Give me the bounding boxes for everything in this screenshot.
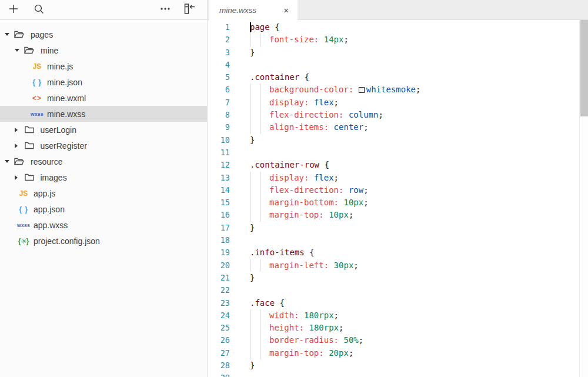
file-tree: pagesmineJSmine.js{ }mine.json<>mine.wxm…	[0, 20, 207, 377]
code-line-3[interactable]: 3}	[208, 46, 588, 59]
code-line-22[interactable]: 22	[208, 284, 588, 296]
tab-mine-wxss[interactable]: mine.wxss ×	[209, 0, 298, 20]
search-button[interactable]	[29, 0, 48, 20]
tree-item-mine-wxml[interactable]: <>mine.wxml	[0, 90, 207, 106]
line-text: display: flex;	[250, 172, 339, 184]
line-text: .face {	[250, 297, 285, 309]
code-token: ;	[363, 185, 368, 195]
code-line-23[interactable]: 23.face {	[208, 297, 588, 309]
scrollbar-thumb[interactable]	[580, 20, 588, 116]
code-line-27[interactable]: 27margin-top: 20px;	[208, 347, 588, 359]
tree-item-label: project.config.json	[34, 236, 100, 246]
code-line-12[interactable]: 12.container-row {	[208, 159, 588, 171]
tree-item-app-wxss[interactable]: wxssapp.wxss	[0, 217, 207, 233]
code-line-10[interactable]: 10}	[208, 134, 588, 146]
code-line-15[interactable]: 15margin-bottom: 10px;	[208, 196, 588, 209]
tree-item-app-json[interactable]: { }app.json	[0, 201, 207, 217]
code-line-11[interactable]: 11	[208, 146, 588, 159]
new-file-button[interactable]	[4, 0, 23, 20]
code-line-28[interactable]: 28}	[208, 359, 588, 372]
tab-close-icon[interactable]: ×	[282, 5, 290, 15]
code-token: 10px	[343, 198, 363, 207]
indent-guides	[250, 209, 269, 221]
code-token	[319, 35, 323, 44]
code-line-19[interactable]: 19.info-items {	[208, 246, 588, 259]
code-line-20[interactable]: 20margin-left: 30px;	[208, 259, 588, 272]
code-line-16[interactable]: 16margin-top: 10px;	[208, 209, 588, 221]
code-line-4[interactable]: 4	[208, 59, 588, 71]
collapse-sidebar-button[interactable]	[180, 0, 199, 20]
chevron-down-icon[interactable]	[5, 160, 9, 163]
tree-item-resource[interactable]: resource	[0, 154, 207, 169]
code-lines: 1page {2font-size: 14px;3}45.container {…	[208, 20, 588, 377]
code-token: center	[334, 122, 364, 132]
color-swatch[interactable]	[359, 87, 365, 93]
code-line-1[interactable]: 1page {	[208, 21, 588, 34]
chevron-down-icon[interactable]	[15, 49, 19, 52]
tree-item-label: mine.js	[47, 62, 73, 71]
line-number: 7	[208, 96, 230, 109]
chevron-right-icon[interactable]	[15, 128, 18, 132]
chevron-right-icon[interactable]	[15, 175, 18, 180]
more-options-button[interactable]	[156, 0, 175, 20]
tree-item-label: app.json	[34, 205, 65, 214]
code-token: margin-left:	[269, 261, 329, 270]
tree-item-label: userRegister	[41, 141, 87, 151]
line-number: 11	[208, 146, 230, 159]
chevron-right-icon[interactable]	[15, 144, 18, 148]
code-line-17[interactable]: 17}	[208, 222, 588, 234]
code-line-13[interactable]: 13display: flex;	[208, 172, 588, 184]
chevron-down-icon[interactable]	[5, 33, 9, 36]
plus-icon	[8, 4, 19, 16]
code-line-21[interactable]: 21}	[208, 272, 588, 284]
code-line-26[interactable]: 26border-radius: 50%;	[208, 334, 588, 346]
tree-item-mine-wxss[interactable]: wxssmine.wxss	[0, 106, 207, 122]
ellipsis-icon	[159, 4, 171, 16]
code-line-29[interactable]: 29	[208, 372, 588, 377]
code-token: .face	[250, 298, 275, 308]
tree-item-pages[interactable]: pages	[0, 26, 207, 42]
tree-item-app-js[interactable]: JSapp.js	[0, 185, 207, 201]
line-text: margin-left: 30px;	[250, 259, 359, 272]
code-token: margin-bottom:	[269, 198, 339, 207]
code-line-24[interactable]: 24width: 180rpx;	[208, 309, 588, 322]
line-number: 18	[208, 234, 230, 246]
code-line-5[interactable]: 5.container {	[208, 71, 588, 84]
code-line-18[interactable]: 18	[208, 234, 588, 246]
indent-guides	[250, 196, 269, 209]
tree-item-userLogin[interactable]: userLogin	[0, 122, 207, 138]
code-token: flex	[314, 98, 334, 107]
tree-item-mine[interactable]: mine	[0, 42, 207, 58]
code-token: flex-direction:	[269, 185, 343, 195]
code-line-2[interactable]: 2font-size: 14px;	[208, 34, 588, 46]
indent-guides	[250, 184, 269, 196]
code-token: 180rpx	[309, 323, 339, 332]
code-line-14[interactable]: 14flex-direction: row;	[208, 184, 588, 196]
code-editor[interactable]: 1page {2font-size: 14px;3}45.container {…	[208, 20, 588, 377]
code-token: ;	[363, 122, 368, 132]
code-token: ;	[349, 348, 353, 358]
code-token: {	[305, 248, 315, 257]
code-line-8[interactable]: 8flex-direction: column;	[208, 109, 588, 121]
code-token: whitesmoke	[366, 85, 416, 94]
line-text: }	[250, 46, 255, 59]
code-token	[343, 185, 348, 195]
tree-item-userRegister[interactable]: userRegister	[0, 138, 207, 154]
code-line-25[interactable]: 25height: 180rpx;	[208, 322, 588, 334]
code-line-6[interactable]: 6background-color: whitesmoke;	[208, 84, 588, 96]
tree-item-mine-json[interactable]: { }mine.json	[0, 74, 207, 90]
editor-scrollbar[interactable]	[579, 20, 588, 377]
line-number: 16	[208, 209, 230, 221]
indent-guides	[250, 309, 269, 322]
tree-item-mine-js[interactable]: JSmine.js	[0, 58, 207, 74]
code-line-9[interactable]: 9align-items: center;	[208, 121, 588, 134]
tree-item-images[interactable]: images	[0, 169, 207, 185]
code-line-7[interactable]: 7display: flex;	[208, 96, 588, 109]
code-token: ;	[334, 173, 339, 182]
code-token: 50%	[343, 335, 358, 345]
tree-item-project-config-json[interactable]: {}project.config.json	[0, 233, 207, 249]
line-number: 14	[208, 184, 230, 196]
tree-item-label: pages	[31, 30, 53, 39]
line-number: 6	[208, 84, 230, 96]
line-text: flex-direction: column;	[250, 109, 383, 121]
